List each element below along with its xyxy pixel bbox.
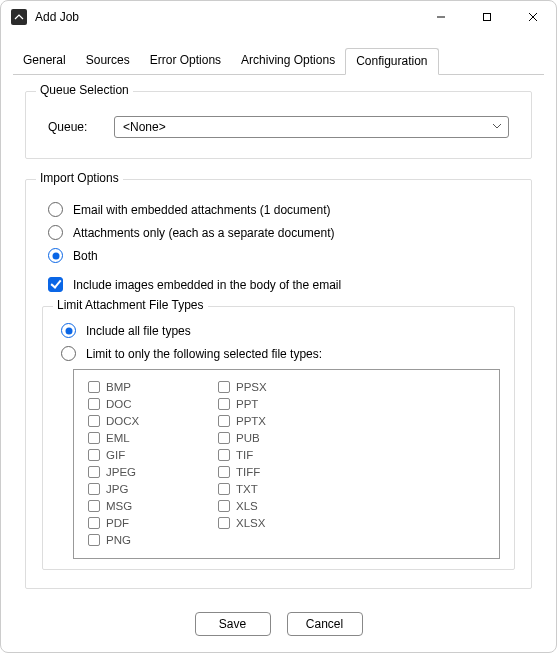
file-type-item: MSG [88,497,208,514]
queue-label: Queue: [48,120,96,134]
checkbox-icon[interactable] [218,415,230,427]
file-type-item: EML [88,429,208,446]
tab-sources[interactable]: Sources [76,48,140,75]
checkbox-icon [48,277,63,292]
chevron-down-icon [492,120,502,134]
minimize-button[interactable] [418,1,464,33]
svg-rect-1 [484,14,491,21]
file-type-item: JPG [88,480,208,497]
limit-file-types-group: Limit Attachment File Types Include all … [42,306,515,570]
file-types-listbox[interactable]: BMP DOC DOCX EML GIF JPEG JPG MSG PDF PN… [73,369,500,559]
file-type-item: DOC [88,395,208,412]
radio-email-embedded[interactable]: Email with embedded attachments (1 docum… [48,202,509,217]
file-type-item: TXT [218,480,338,497]
radio-both[interactable]: Both [48,248,509,263]
limit-file-types-legend: Limit Attachment File Types [53,298,208,312]
tab-error-options[interactable]: Error Options [140,48,231,75]
checkbox-icon[interactable] [218,398,230,410]
file-type-item: TIF [218,446,338,463]
checkbox-icon[interactable] [88,534,100,546]
checkbox-include-images[interactable]: Include images embedded in the body of t… [48,277,509,292]
radio-label: Email with embedded attachments (1 docum… [73,203,330,217]
checkbox-icon[interactable] [218,466,230,478]
radio-label: Attachments only (each as a separate doc… [73,226,334,240]
file-type-item: XLSX [218,514,338,531]
close-button[interactable] [510,1,556,33]
radio-label: Include all file types [86,324,191,338]
radio-include-all[interactable]: Include all file types [61,323,496,338]
import-options-legend: Import Options [36,171,123,185]
tab-general[interactable]: General [13,48,76,75]
file-type-item: TIFF [218,463,338,480]
radio-attachments-only[interactable]: Attachments only (each as a separate doc… [48,225,509,240]
file-type-item: XLS [218,497,338,514]
radio-limit-selected[interactable]: Limit to only the following selected fil… [61,346,496,361]
checkbox-icon[interactable] [88,500,100,512]
window-title: Add Job [35,10,79,24]
radio-icon [61,346,76,361]
file-type-item: PPT [218,395,338,412]
radio-label: Limit to only the following selected fil… [86,347,322,361]
checkbox-icon[interactable] [88,517,100,529]
save-button[interactable]: Save [195,612,271,636]
queue-selection-legend: Queue Selection [36,83,133,97]
maximize-button[interactable] [464,1,510,33]
window-controls [418,1,556,33]
radio-icon [48,202,63,217]
checkbox-icon[interactable] [88,466,100,478]
file-type-item: PPSX [218,378,338,395]
queue-selection-group: Queue Selection Queue: <None> [25,91,532,159]
queue-value: <None> [123,120,166,134]
checkbox-icon[interactable] [88,381,100,393]
file-type-item: JPEG [88,463,208,480]
file-type-item: PDF [88,514,208,531]
tab-strip: General Sources Error Options Archiving … [13,47,544,75]
tab-configuration[interactable]: Configuration [345,48,438,75]
checkbox-label: Include images embedded in the body of t… [73,278,341,292]
app-icon [11,9,27,25]
checkbox-icon[interactable] [218,483,230,495]
import-mode-options: Email with embedded attachments (1 docum… [42,202,515,263]
file-type-item: PNG [88,531,208,548]
import-options-group: Import Options Email with embedded attac… [25,179,532,589]
checkbox-icon[interactable] [218,432,230,444]
file-type-item: BMP [88,378,208,395]
checkbox-icon[interactable] [88,483,100,495]
radio-icon [61,323,76,338]
file-type-item: DOCX [88,412,208,429]
checkbox-icon[interactable] [88,432,100,444]
file-type-item: PUB [218,429,338,446]
radio-icon [48,225,63,240]
tab-archiving-options[interactable]: Archiving Options [231,48,345,75]
queue-combobox[interactable]: <None> [114,116,509,138]
checkbox-icon[interactable] [218,381,230,393]
checkbox-icon[interactable] [88,398,100,410]
dialog-footer: Save Cancel [1,612,556,636]
checkbox-icon[interactable] [88,415,100,427]
radio-icon [48,248,63,263]
checkbox-icon[interactable] [218,449,230,461]
checkbox-icon[interactable] [218,500,230,512]
file-type-item: PPTX [218,412,338,429]
cancel-button[interactable]: Cancel [287,612,363,636]
checkbox-icon[interactable] [218,517,230,529]
titlebar: Add Job [1,1,556,33]
checkbox-icon[interactable] [88,449,100,461]
radio-label: Both [73,249,98,263]
file-type-item: GIF [88,446,208,463]
